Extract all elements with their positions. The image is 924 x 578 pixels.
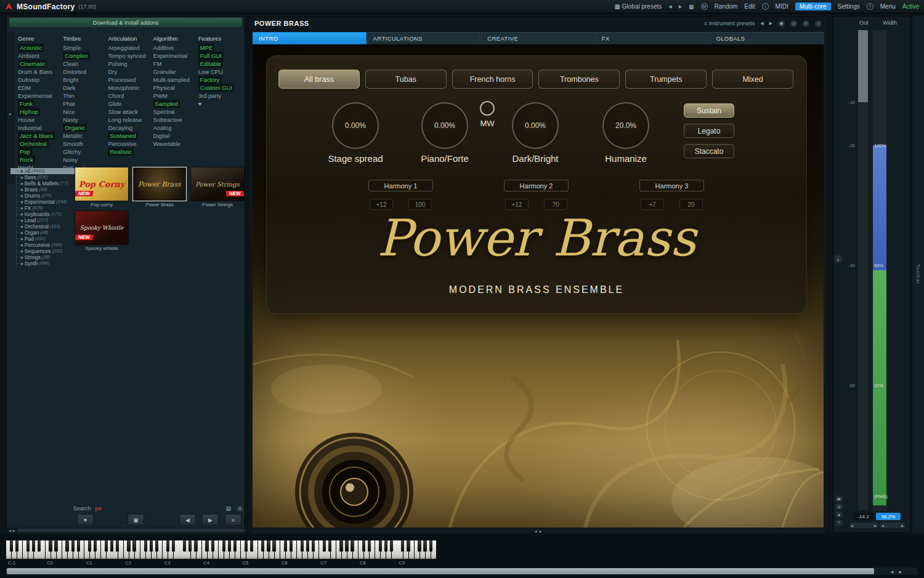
edit-button[interactable]: Edit [744,3,755,10]
harmony-interval-box[interactable]: +12 [370,199,393,210]
preset-thumbnail-pop-corny[interactable]: Pop CornyNEWPop corny [73,167,130,209]
harmony-amount-box[interactable]: 70 [544,199,567,210]
help-icon[interactable]: ? [835,520,843,526]
tree-item-bells-mallets[interactable]: ◆Bells & Mallets(77) [10,180,76,187]
black-key[interactable] [77,540,80,552]
next-result-button[interactable]: ▶ [202,514,219,526]
favorite-button[interactable]: ♥ [77,514,94,526]
out-meter-scrollbar[interactable]: ◀ ▶ [849,523,878,528]
filter-item-mpe[interactable]: MPE [198,44,215,52]
preset-thumbnail-power-strings[interactable]: Power StringsNEWPower Strings [189,167,246,209]
filter-item-low-cpu[interactable]: Low CPU [198,68,243,76]
black-key[interactable] [10,540,13,552]
horizontal-scrollbar[interactable]: ◀ ▶ [6,568,918,575]
scroll-right-icon[interactable]: ▶ [901,524,904,528]
filter-item-jazz-blues[interactable]: Jazz & blues [18,132,55,140]
tree-item-pad[interactable]: ◆Pad(451) [10,236,76,242]
harmony-2-button[interactable]: Harmony 2 [504,180,569,191]
filter-item-dry[interactable]: Dry [108,68,153,76]
black-key[interactable] [368,540,371,552]
black-key[interactable] [38,540,41,552]
next-instrument-preset-button[interactable]: ▶ [769,21,772,26]
preset-prev-button[interactable]: ◀ [668,4,671,9]
tree-item-drums[interactable]: ◆Drums(275) [10,193,76,199]
filter-item-dubstep[interactable]: Dubstep [18,76,63,84]
filter-item-editable[interactable]: Editable [198,60,223,68]
piano-keyboard[interactable] [6,540,437,559]
black-key[interactable] [323,540,326,552]
filter-item-cinematic[interactable]: Cinematic [18,60,47,68]
preset-thumbnail-spooky-whistle[interactable]: Spooky WhistleNEWSpooky whistle [73,211,130,252]
filter-item-factory[interactable]: Factory [198,76,222,84]
section-button-trumpets[interactable]: Trumpets [625,70,707,89]
black-key[interactable] [172,540,175,552]
filter-item-thin[interactable]: Thin [63,92,108,100]
filter-item-glitchy[interactable]: Glitchy [63,148,108,156]
preset-next-button[interactable]: ▶ [679,4,682,9]
filter-item-multi-sampled[interactable]: Multi-sampled [153,76,198,84]
tree-item-orchestral[interactable]: ◆Orchestral(115) [10,223,76,230]
pause-icon[interactable]: ▮▮ [835,496,843,502]
filter-item-monophonic[interactable]: Monophonic [108,84,153,92]
help-icon[interactable]: ? [815,20,822,27]
filter-item-ambient[interactable]: Ambient [18,52,63,60]
info-icon[interactable]: i [762,3,769,10]
scroll-right-icon[interactable]: ▶ [874,524,877,528]
tree-item-fx[interactable]: ◆FX(676) [10,205,76,211]
filter-item-custom-gui[interactable]: Custom GUI [198,84,234,92]
tree-item-all[interactable]: ◆All(4443) [10,168,76,174]
black-key[interactable] [284,540,287,552]
black-key[interactable] [49,540,52,552]
scroll-right-icon[interactable]: ▶ [13,529,15,532]
black-key[interactable] [390,540,393,552]
section-button-french-horns[interactable]: French horns [452,70,533,89]
filter-item-funk[interactable]: Funk [18,100,34,108]
melda-account-icon[interactable]: M [701,3,708,10]
filter-item-nasty[interactable]: Nasty [63,116,108,124]
browse-presets-icon[interactable]: ▦ [689,4,694,10]
record-icon[interactable]: ◉ [778,20,785,27]
filter-item-noisy[interactable]: Noisy [63,156,108,164]
filter-item-experimental[interactable]: Experimental [18,92,63,100]
black-key[interactable] [65,540,68,552]
tab-intro[interactable]: INTRO [253,32,367,44]
black-key[interactable] [110,540,113,552]
menu-button[interactable]: Menu [880,3,896,10]
stage-spread-knob[interactable]: 0.00%Stage spread [318,102,392,164]
filter-item-full-gui[interactable]: Full GUI [198,52,224,60]
black-key[interactable] [384,540,387,552]
filter-item-metallic[interactable]: Metallic [63,132,108,140]
black-key[interactable] [166,540,169,552]
black-key[interactable] [228,540,231,552]
filter-item-distorted[interactable]: Distorted [63,68,108,76]
width-meter-scrollbar[interactable]: ◀ ▶ [880,523,905,528]
tree-item-synth[interactable]: ◆Synth(680) [10,260,76,267]
black-key[interactable] [54,540,57,552]
black-key[interactable] [261,540,264,552]
filter-item-clean[interactable]: Clean [63,60,108,68]
filter-item-analog[interactable]: Analog [153,124,198,132]
tab-globals[interactable]: GLOBALS [710,32,824,44]
filter-item-glide[interactable]: Glide [108,100,153,108]
black-key[interactable] [94,540,97,552]
filter-item-experimental[interactable]: Experimental [153,52,198,60]
filter-item-additive[interactable]: Additive [153,44,198,52]
black-key[interactable] [188,540,192,552]
articulation-button-staccato[interactable]: Staccato [684,144,734,158]
filter-item-processed[interactable]: Processed [108,76,153,84]
filter-item-slow-attack[interactable]: Slow attack [108,108,153,116]
list-view-button[interactable]: ≡ [225,514,241,526]
black-key[interactable] [222,540,225,552]
filter-item-physical[interactable]: Physical [153,84,198,92]
width-value[interactable]: 98.2% [876,513,901,520]
filter-item-orchestral[interactable]: Orchestral [18,140,49,148]
record-icon[interactable]: ◉ [835,512,843,518]
filter-item-long-release[interactable]: Long release [108,116,153,124]
filter-item-arpeggiated[interactable]: Arpeggiated [108,44,153,52]
tree-item-strings[interactable]: ◆Strings(38) [10,254,76,260]
filter-item-digital[interactable]: Digital [153,132,198,140]
black-key[interactable] [407,540,410,552]
tree-item-percussive[interactable]: ◆Percussive(340) [10,242,76,248]
scroll-right-icon[interactable]: ▶ [540,529,542,533]
black-key[interactable] [144,540,147,552]
